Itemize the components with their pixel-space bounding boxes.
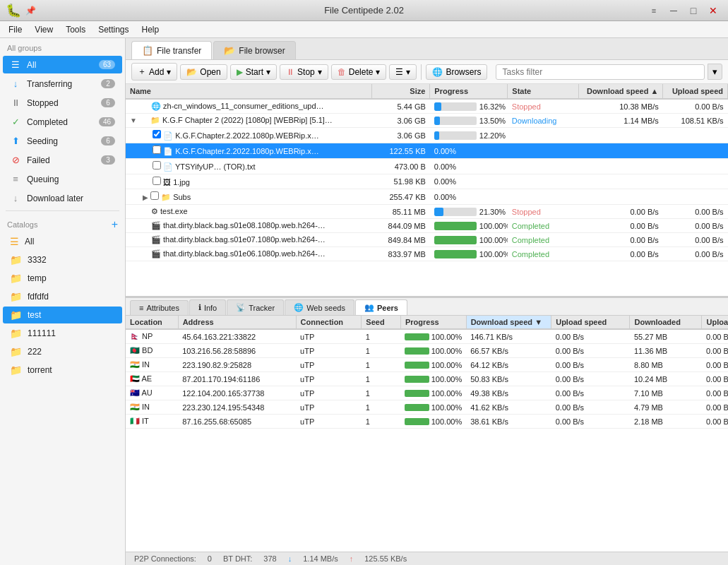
tab-attributes[interactable]: ≡ Attributes (130, 300, 189, 315)
file-table-row[interactable]: ▶ 📁 Subs255.47 KB0.00% (126, 189, 728, 205)
tab-peers[interactable]: 👥 Peers (355, 299, 407, 315)
progress-bar-bg (434, 250, 477, 258)
catalog-item-3332[interactable]: 📁 3332 (3, 251, 122, 268)
start-button[interactable]: ▶ Start ▾ (230, 64, 277, 80)
catalog-item-222[interactable]: 📁 222 (3, 343, 122, 360)
peers-table-row[interactable]: 🇮🇹 IT87.16.255.68:65085uTP1100.00%38.61 … (126, 415, 728, 429)
col-state[interactable]: State (508, 84, 579, 99)
expand-arrow[interactable]: ▶ (143, 194, 148, 201)
peers-table-row[interactable]: 🇮🇳 IN223.190.82.9:25828uTP1100.00%64.12 … (126, 358, 728, 372)
peers-table-row[interactable]: 🇧🇩 BD103.216.56.28:58896uTP1100.00%66.57… (126, 344, 728, 358)
peers-table-row[interactable]: 🇮🇳 IN223.230.124.195:54348uTP1100.00%41.… (126, 400, 728, 415)
stop-button[interactable]: ⏸ Stop ▾ (280, 64, 328, 80)
file-table-row[interactable]: ▼📁 K.G.F Chapter 2 (2022) [1080p] [WEBRi… (126, 114, 728, 128)
col-ul-speed[interactable]: Upload speed (663, 84, 728, 99)
sidebar-item-all[interactable]: ☰ All 63 (3, 56, 122, 73)
file-table-row[interactable]: 🖼 1.jpg51.98 KB0.00% (126, 174, 728, 189)
row-checkbox[interactable] (153, 177, 161, 185)
catalog-item-torrent[interactable]: 📁 torrent (3, 362, 122, 379)
peer-uploaded: 0.00 B (702, 400, 728, 415)
menu-tools[interactable]: Tools (60, 23, 91, 36)
peer-ul-speed: 0.00 B/s (551, 415, 630, 429)
file-table-row[interactable]: 🎬 that.dirty.black.bag.s01e07.1080p.web.… (126, 233, 728, 247)
browsers-button[interactable]: 🌐 Browsers (426, 64, 487, 80)
peers-table-row[interactable]: 🇦🇪 AE87.201.170.194:61186uTP1100.00%50.8… (126, 372, 728, 386)
sidebar-item-completed[interactable]: ✓ Completed 46 (3, 113, 122, 131)
peers-col-progress[interactable]: Progress (400, 316, 466, 329)
peers-col-ul-speed[interactable]: Upload speed (551, 316, 630, 329)
file-table-row[interactable]: 📄 YTSYifyUP… (TOR).txt473.00 B0.00% (126, 159, 728, 174)
col-dl-speed[interactable]: Download speed ▲ (579, 84, 663, 99)
peers-col-dl-speed[interactable]: Download speed ▼ (466, 316, 551, 329)
open-button[interactable]: 📂 Open (180, 64, 227, 80)
progress-pct: 0.00% (434, 177, 456, 186)
file-table-row[interactable]: 📄 K.G.F.Chapter.2.2022.1080p.WEBRip.x…12… (126, 143, 728, 159)
close-button[interactable]: ✕ (704, 4, 722, 18)
col-progress[interactable]: Progress (430, 84, 508, 99)
ul-speed-icon: ↑ (350, 554, 354, 563)
sidebar-item-transferring[interactable]: ↓ Transferring 2 (3, 75, 122, 93)
tab-file-transfer[interactable]: 📋 File transfer (131, 41, 212, 59)
col-name[interactable]: Name (126, 84, 371, 99)
file-row-size: 122.55 KB (371, 143, 429, 159)
row-checkbox[interactable] (150, 191, 159, 200)
catalog-item-fdfdfd[interactable]: 📁 fdfdfd (3, 288, 122, 305)
tab-file-browser[interactable]: 📂 File browser (213, 41, 295, 59)
sidebar-item-stopped[interactable]: ⏸ Stopped 6 (3, 94, 122, 112)
peers-table-row[interactable]: 🇦🇺 AU122.104.200.165:37738uTP1100.00%49.… (126, 386, 728, 400)
peers-col-upload[interactable]: Upload (702, 316, 728, 329)
catalog-item-temp[interactable]: 📁 temp (3, 270, 122, 287)
tab-web-seeds[interactable]: 🌐 Web seeds (285, 299, 354, 315)
maximize-button[interactable]: □ (684, 4, 703, 18)
row-checkbox[interactable] (153, 130, 161, 138)
peers-col-address[interactable]: Address (178, 316, 296, 329)
country-flag: 🇮🇳 (130, 403, 140, 411)
delete-button[interactable]: 🗑 Delete ▾ (331, 64, 387, 80)
file-table-row[interactable]: ⚙ test.exe85.11 MB 21.30% Stopped0.00 B/… (126, 205, 728, 219)
catalogs-label: Catalogs (7, 220, 37, 229)
tab-info[interactable]: ℹ Info (189, 299, 226, 315)
progress-bar-bg (434, 131, 477, 140)
file-row-name: ▼📁 K.G.F Chapter 2 (2022) [1080p] [WEBRi… (126, 114, 371, 128)
col-size[interactable]: Size (371, 84, 429, 99)
seeding-icon: ⬆ (10, 136, 21, 146)
peers-col-location[interactable]: Location (126, 316, 178, 329)
expand-arrow[interactable]: ▼ (130, 117, 137, 124)
menu-button[interactable]: ≡ (645, 4, 663, 18)
file-table-row[interactable]: 🎬 that.dirty.black.bag.s01e06.1080p.web.… (126, 247, 728, 261)
minimize-button[interactable]: ─ (664, 4, 683, 18)
row-checkbox[interactable] (153, 145, 161, 154)
file-row-name: 🌐 zh-cn_windows_11_consumer_editions_upd… (126, 99, 371, 114)
file-row-size: 85.11 MB (371, 205, 429, 219)
menu-file[interactable]: File (3, 23, 28, 36)
file-table-row[interactable]: 📄 K.G.F.Chapter.2.2022.1080p.WEBRip.x…3.… (126, 128, 728, 143)
file-row-dl-speed: 0.00 B/s (579, 219, 663, 233)
catalog-item-111111[interactable]: 📁 111111 (3, 325, 122, 342)
add-catalog-button[interactable]: + (112, 218, 118, 231)
peers-icon: 👥 (364, 303, 374, 312)
peers-col-connection[interactable]: Connection (296, 316, 362, 329)
tab-tracker[interactable]: 📡 Tracker (227, 299, 284, 315)
sidebar-item-failed[interactable]: ⊘ Failed 3 (3, 151, 122, 169)
catalog-item-test[interactable]: 📁 test (3, 307, 122, 323)
menu-settings[interactable]: Settings (93, 23, 134, 36)
peers-table-row[interactable]: 🇳🇵 NP45.64.163.221:33822uTP1100.00%146.7… (126, 329, 728, 344)
sidebar-item-download-later[interactable]: ↓ Download later (3, 189, 122, 207)
file-table-row[interactable]: 🌐 zh-cn_windows_11_consumer_editions_upd… (126, 99, 728, 114)
menu-help[interactable]: Help (136, 23, 165, 36)
catalog-item-all[interactable]: ☰ All (3, 233, 122, 250)
progress-pct: 100.00% (479, 222, 508, 230)
row-checkbox[interactable] (153, 161, 161, 170)
add-button[interactable]: ＋ Add ▾ (131, 63, 177, 81)
peers-col-downloaded[interactable]: Downloaded (630, 316, 702, 329)
peers-col-seed[interactable]: Seed (362, 316, 401, 329)
filter-dropdown-button[interactable]: ▾ (708, 64, 722, 80)
menu-button[interactable]: ☰ ▾ (389, 64, 417, 80)
file-table-row[interactable]: 🎬 that.dirty.black.bag.s01e08.1080p.web.… (126, 219, 728, 233)
attributes-icon: ≡ (139, 304, 143, 312)
sidebar-item-queuing[interactable]: ≡ Queuing (3, 170, 122, 188)
tasks-filter-input[interactable] (496, 64, 705, 80)
sidebar-item-seeding[interactable]: ⬆ Seeding 6 (3, 132, 122, 150)
menu-view[interactable]: View (29, 23, 59, 36)
browsers-label: Browsers (446, 67, 481, 77)
